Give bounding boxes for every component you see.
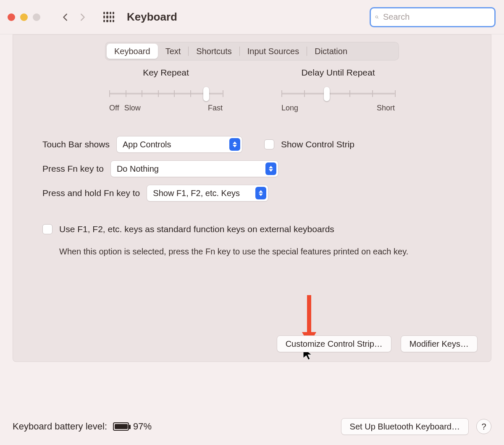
key-repeat-label-fast: Fast bbox=[208, 104, 223, 113]
zoom-window-button[interactable] bbox=[33, 13, 40, 21]
back-button[interactable] bbox=[57, 9, 74, 26]
repeat-sliders: Key Repeat Off Slow Fast Delay Until Rep… bbox=[42, 68, 462, 113]
touchbar-shows-select[interactable]: App Controls bbox=[116, 136, 242, 153]
updown-icon bbox=[229, 138, 240, 151]
touchbar-shows-value: App Controls bbox=[123, 140, 171, 149]
battery-icon bbox=[113, 422, 129, 431]
delay-title: Delay Until Repeat bbox=[301, 68, 375, 78]
hold-fn-select[interactable]: Show F1, F2, etc. Keys bbox=[147, 185, 268, 202]
key-repeat-label-slow: Slow bbox=[124, 104, 141, 113]
window-footer: Keyboard battery level: 97% Set Up Bluet… bbox=[0, 408, 504, 445]
use-fn-keys-label: Use F1, F2, etc. keys as standard functi… bbox=[59, 224, 334, 234]
forward-button[interactable] bbox=[74, 9, 91, 26]
settings-tabs: Keyboard Text Shortcuts Input Sources Di… bbox=[105, 42, 399, 60]
window-toolbar: Keyboard bbox=[0, 0, 504, 34]
help-button[interactable]: ? bbox=[476, 419, 491, 434]
key-repeat-label-off: Off bbox=[109, 104, 119, 113]
delay-until-repeat-group: Delay Until Repeat Long Short bbox=[281, 68, 395, 113]
press-fn-label: Press Fn key to bbox=[42, 164, 104, 174]
hold-fn-label: Press and hold Fn key to bbox=[42, 188, 140, 198]
updown-icon bbox=[265, 162, 276, 175]
svg-point-0 bbox=[375, 16, 378, 18]
press-fn-select[interactable]: Do Nothing bbox=[110, 160, 278, 177]
close-window-button[interactable] bbox=[8, 13, 15, 21]
key-repeat-slider[interactable] bbox=[109, 88, 223, 100]
battery-level: 97% bbox=[133, 421, 152, 432]
use-fn-keys-description: When this option is selected, press the … bbox=[59, 246, 446, 257]
svg-line-1 bbox=[378, 18, 378, 18]
battery-label: Keyboard battery level: bbox=[13, 421, 107, 432]
window-title: Keyboard bbox=[127, 10, 177, 24]
search-input[interactable] bbox=[382, 12, 490, 22]
delay-thumb[interactable] bbox=[324, 87, 330, 101]
chevron-right-icon bbox=[78, 13, 87, 22]
key-repeat-group: Key Repeat Off Slow Fast bbox=[109, 68, 223, 113]
tab-dictation[interactable]: Dictation bbox=[307, 44, 355, 59]
key-repeat-title: Key Repeat bbox=[143, 68, 189, 78]
hold-fn-value: Show F1, F2, etc. Keys bbox=[153, 188, 240, 198]
keyboard-settings-panel: Key Repeat Off Slow Fast Delay Until Rep… bbox=[13, 34, 491, 362]
search-icon bbox=[375, 13, 379, 22]
touchbar-shows-label: Touch Bar shows bbox=[42, 139, 110, 149]
chevron-left-icon bbox=[61, 13, 70, 22]
window-controls bbox=[8, 13, 40, 21]
tab-input-sources[interactable]: Input Sources bbox=[240, 44, 307, 59]
modifier-keys-button[interactable]: Modifier Keys… bbox=[401, 335, 478, 352]
show-control-strip-checkbox[interactable] bbox=[264, 139, 274, 149]
press-fn-value: Do Nothing bbox=[117, 164, 159, 174]
delay-label-short: Short bbox=[377, 104, 395, 113]
search-field[interactable] bbox=[370, 7, 496, 27]
customize-control-strip-button[interactable]: Customize Control Strip… bbox=[277, 335, 391, 352]
tab-keyboard[interactable]: Keyboard bbox=[107, 44, 158, 59]
use-fn-keys-checkbox[interactable] bbox=[42, 224, 52, 234]
delay-label-long: Long bbox=[281, 104, 298, 113]
show-control-strip-label: Show Control Strip bbox=[281, 139, 354, 149]
touchbar-controls: Touch Bar shows App Controls Show Contro… bbox=[42, 136, 462, 257]
show-all-preferences-button[interactable] bbox=[103, 12, 114, 23]
key-repeat-thumb[interactable] bbox=[203, 87, 209, 101]
setup-bluetooth-keyboard-button[interactable]: Set Up Bluetooth Keyboard… bbox=[341, 418, 469, 435]
tab-shortcuts[interactable]: Shortcuts bbox=[189, 44, 239, 59]
tab-text[interactable]: Text bbox=[158, 44, 189, 59]
updown-icon bbox=[255, 187, 266, 199]
key-repeat-labels: Off Slow Fast bbox=[109, 104, 223, 113]
delay-slider[interactable] bbox=[281, 88, 395, 100]
minimize-window-button[interactable] bbox=[20, 13, 28, 21]
delay-labels: Long Short bbox=[281, 104, 395, 113]
